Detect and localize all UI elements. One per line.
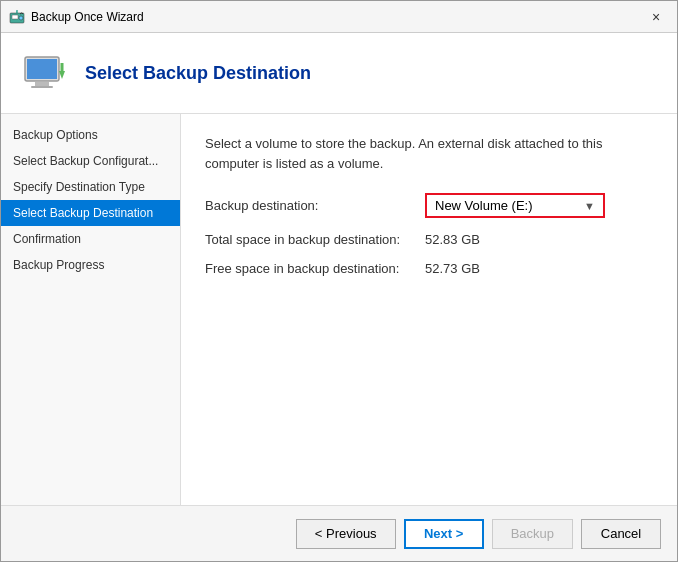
sidebar-item-select-backup-destination[interactable]: Select Backup Destination [1, 200, 180, 226]
title-bar: Backup Once Wizard × [1, 1, 677, 33]
close-button[interactable]: × [643, 7, 669, 27]
free-space-label: Free space in backup destination: [205, 261, 425, 276]
main-content: Select a volume to store the backup. An … [181, 114, 677, 505]
sidebar-item-specify-destination-type[interactable]: Specify Destination Type [1, 174, 180, 200]
dropdown-value: New Volume (E:) [435, 198, 533, 213]
svg-rect-9 [61, 63, 64, 72]
chevron-down-icon: ▼ [584, 200, 595, 212]
backup-destination-label: Backup destination: [205, 198, 425, 213]
svg-rect-7 [31, 86, 53, 88]
content-area: Backup Options Select Backup Configurat.… [1, 114, 677, 505]
sidebar: Backup Options Select Backup Configurat.… [1, 114, 181, 505]
total-space-row: Total space in backup destination: 52.83… [205, 232, 653, 247]
total-space-label: Total space in backup destination: [205, 232, 425, 247]
backup-destination-row: Backup destination: New Volume (E:) ▼ [205, 193, 653, 218]
cancel-button[interactable]: Cancel [581, 519, 661, 549]
svg-rect-5 [27, 59, 57, 79]
previous-button[interactable]: < Previous [296, 519, 396, 549]
free-space-row: Free space in backup destination: 52.73 … [205, 261, 653, 276]
description-text: Select a volume to store the backup. An … [205, 134, 653, 173]
header: Select Backup Destination [1, 33, 677, 114]
header-icon [21, 49, 69, 97]
svg-marker-8 [59, 71, 65, 79]
sidebar-item-backup-options[interactable]: Backup Options [1, 122, 180, 148]
backup-button: Backup [492, 519, 573, 549]
sidebar-item-select-backup-config[interactable]: Select Backup Configurat... [1, 148, 180, 174]
sidebar-item-confirmation[interactable]: Confirmation [1, 226, 180, 252]
next-button[interactable]: Next > [404, 519, 484, 549]
svg-rect-6 [35, 82, 49, 86]
footer: < Previous Next > Backup Cancel [1, 505, 677, 561]
svg-rect-1 [12, 15, 18, 19]
svg-point-2 [19, 16, 23, 20]
window: Backup Once Wizard × Select Backup Desti… [0, 0, 678, 562]
window-title: Backup Once Wizard [31, 10, 643, 24]
app-icon [9, 9, 25, 25]
backup-destination-dropdown[interactable]: New Volume (E:) ▼ [425, 193, 605, 218]
total-space-value: 52.83 GB [425, 232, 480, 247]
page-title: Select Backup Destination [85, 63, 311, 84]
sidebar-item-backup-progress[interactable]: Backup Progress [1, 252, 180, 278]
free-space-value: 52.73 GB [425, 261, 480, 276]
